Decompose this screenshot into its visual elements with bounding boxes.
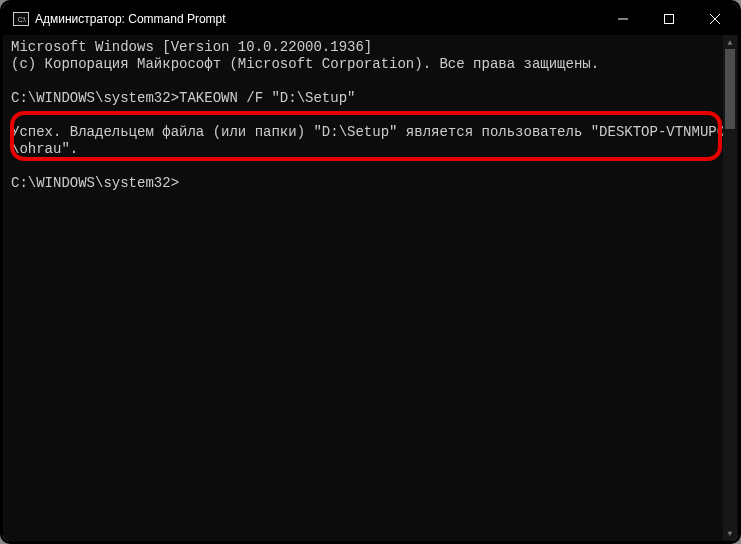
terminal-prompt-line: C:\WINDOWS\system32> — [11, 175, 730, 192]
terminal-output-line: Microsoft Windows [Version 10.0.22000.19… — [11, 39, 730, 56]
scrollbar-thumb[interactable] — [725, 49, 735, 129]
maximize-icon — [664, 14, 674, 24]
minimize-button[interactable] — [600, 3, 646, 35]
close-button[interactable] — [692, 3, 738, 35]
window-title: Администратор: Command Prompt — [35, 12, 600, 26]
window-controls — [600, 3, 738, 35]
terminal-output-line: (c) Корпорация Майкрософт (Microsoft Cor… — [11, 56, 730, 73]
titlebar[interactable]: C:\ Администратор: Command Prompt — [3, 3, 738, 35]
terminal-blank-line — [11, 107, 730, 124]
scrollbar-down-arrow-icon[interactable]: ▼ — [723, 526, 737, 540]
scrollbar-up-arrow-icon[interactable]: ▲ — [723, 35, 737, 49]
terminal-output-line: Успех. Владельцем файла (или папки) "D:\… — [11, 124, 730, 158]
maximize-button[interactable] — [646, 3, 692, 35]
svg-rect-1 — [665, 15, 674, 24]
terminal-body[interactable]: Microsoft Windows [Version 10.0.22000.19… — [3, 35, 738, 541]
cmd-icon: C:\ — [13, 12, 29, 26]
terminal-blank-line — [11, 73, 730, 90]
command-prompt-window: C:\ Администратор: Command Prompt Micros… — [3, 3, 738, 541]
close-icon — [710, 14, 720, 24]
terminal-command-line: C:\WINDOWS\system32>TAKEOWN /F "D:\Setup… — [11, 90, 730, 107]
terminal-blank-line — [11, 158, 730, 175]
minimize-icon — [618, 14, 628, 24]
vertical-scrollbar[interactable]: ▲ ▼ — [723, 35, 737, 540]
